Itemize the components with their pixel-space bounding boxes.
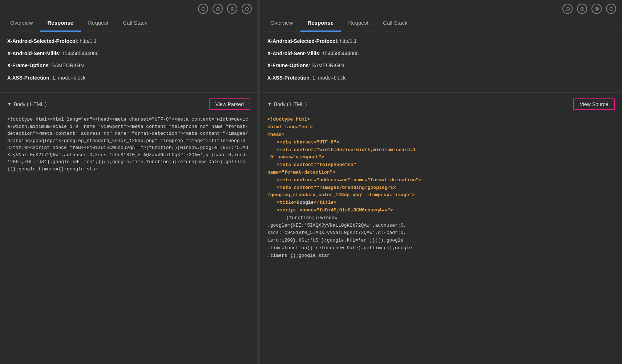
left-window-controls: ⊖ ⊕ ⊗ ⊙ bbox=[198, 4, 252, 14]
left-tab-bar: Overview Response Request Call Stack bbox=[0, 14, 258, 32]
record-btn-left[interactable]: ⊙ bbox=[242, 4, 252, 14]
left-header-0: X-Android-Selected-Protocol: http/1.1 bbox=[7, 38, 250, 45]
view-source-button[interactable]: View Source bbox=[573, 98, 615, 110]
left-raw-content: <!doctype html><html lang="en"><head><me… bbox=[7, 116, 250, 173]
right-header-3: X-XSS-Protection: 1; mode=block bbox=[267, 74, 615, 82]
right-content-area[interactable]: X-Android-Selected-Protocol: http/1.1 X-… bbox=[260, 32, 622, 364]
right-tab-bar: Overview Response Request Call Stack bbox=[260, 14, 622, 32]
right-parsed-content: <!doctype html> <html lang="en"> <head> … bbox=[267, 116, 615, 259]
right-header-1: X-Android-Sent-Millis: 1544585444086 bbox=[267, 50, 615, 57]
tab-callstack-right[interactable]: Call Stack bbox=[376, 14, 415, 32]
body-arrow-left: ▼ bbox=[7, 102, 12, 107]
tab-request-right[interactable]: Request bbox=[341, 14, 376, 32]
add-btn-right[interactable]: ⊕ bbox=[577, 4, 587, 14]
stop-btn-right[interactable]: ⊗ bbox=[591, 4, 602, 14]
left-content-area[interactable]: X-Android-Selected-Protocol: http/1.1 X-… bbox=[0, 32, 258, 364]
stop-btn-left[interactable]: ⊗ bbox=[227, 4, 237, 14]
tab-response-left[interactable]: Response bbox=[40, 14, 81, 32]
minimize-btn-left[interactable]: ⊖ bbox=[198, 4, 208, 14]
right-header-0: X-Android-Selected-Protocol: http/1.1 bbox=[267, 38, 615, 45]
right-header-2: X-Frame-Options: SAMEORIGIN bbox=[267, 62, 615, 69]
right-panel: ⊖ ⊕ ⊗ ⊙ Overview Response Request Call S… bbox=[260, 0, 622, 364]
left-panel: ⊖ ⊕ ⊗ ⊙ Overview Response Request Call S… bbox=[0, 0, 258, 364]
right-window-controls: ⊖ ⊕ ⊗ ⊙ bbox=[562, 4, 616, 14]
right-headers-section: X-Android-Selected-Protocol: http/1.1 X-… bbox=[260, 32, 622, 93]
minimize-btn-right[interactable]: ⊖ bbox=[562, 4, 573, 14]
left-header-2: X-Frame-Options: SAMEORIGIN bbox=[7, 62, 250, 69]
left-header-3: X-XSS-Protection: 1; mode=block bbox=[7, 74, 250, 82]
left-headers-section: X-Android-Selected-Protocol: http/1.1 X-… bbox=[0, 32, 258, 93]
tab-response-right[interactable]: Response bbox=[300, 14, 341, 32]
body-arrow-right: ▼ bbox=[267, 102, 272, 107]
tab-overview-left[interactable]: Overview bbox=[3, 14, 40, 32]
tab-request-left[interactable]: Request bbox=[81, 14, 116, 32]
right-body-header: ▼ Body ( HTML ) View Source bbox=[267, 98, 615, 110]
record-btn-right[interactable]: ⊙ bbox=[606, 4, 616, 14]
left-body-header: ▼ Body ( HTML ) View Parsed bbox=[7, 98, 250, 110]
right-body-title: ▼ Body ( HTML ) bbox=[267, 101, 307, 107]
tab-callstack-left[interactable]: Call Stack bbox=[116, 14, 155, 32]
right-body-section: ▼ Body ( HTML ) View Source <!doctype ht… bbox=[260, 93, 622, 265]
view-parsed-button[interactable]: View Parsed bbox=[209, 98, 250, 110]
left-header-1: X-Android-Sent-Millis: 1544585444086 bbox=[7, 50, 250, 57]
add-btn-left[interactable]: ⊕ bbox=[213, 4, 223, 14]
left-body-title: ▼ Body ( HTML ) bbox=[7, 101, 47, 107]
left-body-section: ▼ Body ( HTML ) View Parsed <!doctype ht… bbox=[0, 93, 258, 178]
tab-overview-right[interactable]: Overview bbox=[263, 14, 300, 32]
